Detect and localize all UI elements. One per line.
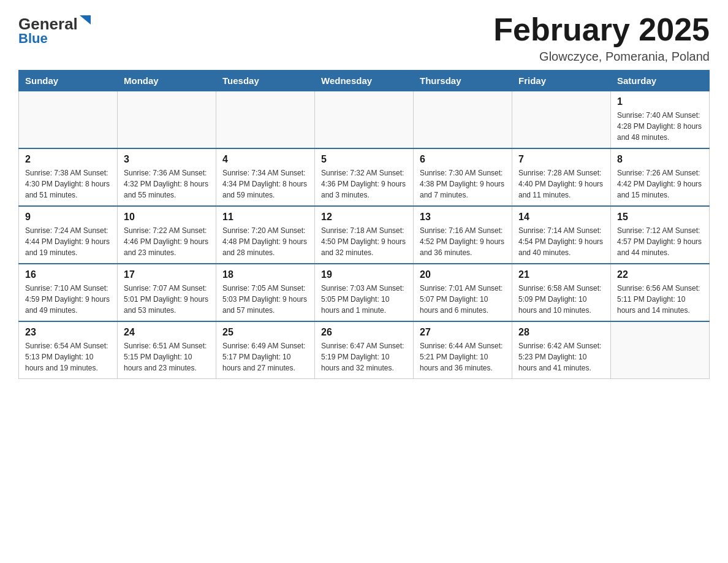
day-info: Sunrise: 7:32 AM Sunset: 4:36 PM Dayligh… [321,167,407,201]
day-number: 1 [617,96,703,107]
day-number: 13 [420,212,506,223]
day-info: Sunrise: 6:49 AM Sunset: 5:17 PM Dayligh… [222,340,308,373]
svg-marker-1 [80,15,91,25]
day-number: 25 [222,327,308,338]
day-number: 9 [25,212,111,223]
day-number: 20 [420,269,506,280]
day-number: 19 [321,269,407,280]
day-info: Sunrise: 7:28 AM Sunset: 4:40 PM Dayligh… [518,167,604,201]
calendar-cell [512,91,611,149]
calendar-cell: 28Sunrise: 6:42 AM Sunset: 5:23 PM Dayli… [512,321,611,379]
header-thursday: Thursday [414,71,512,91]
day-info: Sunrise: 7:18 AM Sunset: 4:50 PM Dayligh… [321,225,407,258]
day-info: Sunrise: 7:16 AM Sunset: 4:52 PM Dayligh… [420,225,506,258]
calendar-cell: 18Sunrise: 7:05 AM Sunset: 5:03 PM Dayli… [216,264,315,321]
day-info: Sunrise: 6:51 AM Sunset: 5:15 PM Dayligh… [124,340,210,373]
day-number: 4 [222,154,308,165]
calendar-table: Sunday Monday Tuesday Wednesday Thursday… [18,70,710,379]
logo: General Blue [18,12,98,46]
day-number: 21 [518,269,604,280]
calendar-cell: 21Sunrise: 6:58 AM Sunset: 5:09 PM Dayli… [512,264,611,321]
day-info: Sunrise: 7:34 AM Sunset: 4:34 PM Dayligh… [222,167,308,201]
day-number: 3 [124,154,210,165]
day-info: Sunrise: 7:24 AM Sunset: 4:44 PM Dayligh… [25,225,111,258]
day-info: Sunrise: 7:30 AM Sunset: 4:38 PM Dayligh… [420,167,506,201]
calendar-cell: 12Sunrise: 7:18 AM Sunset: 4:50 PM Dayli… [315,206,414,264]
day-number: 18 [222,269,308,280]
header-friday: Friday [512,71,611,91]
day-number: 22 [617,269,703,280]
calendar-cell: 19Sunrise: 7:03 AM Sunset: 5:05 PM Dayli… [315,264,414,321]
day-number: 6 [420,154,506,165]
day-info: Sunrise: 7:38 AM Sunset: 4:30 PM Dayligh… [25,167,111,201]
calendar-cell: 1Sunrise: 7:40 AM Sunset: 4:28 PM Daylig… [611,91,710,149]
week-row-4: 16Sunrise: 7:10 AM Sunset: 4:59 PM Dayli… [19,264,710,321]
day-number: 23 [25,327,111,338]
title-section: February 2025 Glowczyce, Pomerania, Pola… [493,12,710,64]
day-info: Sunrise: 6:42 AM Sunset: 5:23 PM Dayligh… [518,340,604,373]
calendar-cell: 20Sunrise: 7:01 AM Sunset: 5:07 PM Dayli… [414,264,512,321]
day-number: 28 [518,327,604,338]
day-number: 24 [124,327,210,338]
day-number: 8 [617,154,703,165]
day-info: Sunrise: 7:26 AM Sunset: 4:42 PM Dayligh… [617,167,703,201]
calendar-cell [216,91,315,149]
calendar-cell: 15Sunrise: 7:12 AM Sunset: 4:57 PM Dayli… [611,206,710,264]
day-info: Sunrise: 6:44 AM Sunset: 5:21 PM Dayligh… [420,340,506,373]
day-number: 17 [124,269,210,280]
calendar-cell: 23Sunrise: 6:54 AM Sunset: 5:13 PM Dayli… [19,321,118,379]
weekday-header-row: Sunday Monday Tuesday Wednesday Thursday… [19,71,710,91]
month-title: February 2025 [493,12,710,47]
calendar-cell: 22Sunrise: 6:56 AM Sunset: 5:11 PM Dayli… [611,264,710,321]
calendar-cell: 4Sunrise: 7:34 AM Sunset: 4:34 PM Daylig… [216,148,315,206]
calendar-cell [118,91,216,149]
day-info: Sunrise: 7:10 AM Sunset: 4:59 PM Dayligh… [25,283,111,316]
svg-text:Blue: Blue [18,31,48,46]
day-number: 15 [617,212,703,223]
header-tuesday: Tuesday [216,71,315,91]
calendar-cell: 9Sunrise: 7:24 AM Sunset: 4:44 PM Daylig… [19,206,118,264]
day-number: 2 [25,154,111,165]
logo-graphic: General Blue [18,12,98,46]
day-number: 16 [25,269,111,280]
day-info: Sunrise: 6:47 AM Sunset: 5:19 PM Dayligh… [321,340,407,373]
header-monday: Monday [118,71,216,91]
day-info: Sunrise: 7:14 AM Sunset: 4:54 PM Dayligh… [518,225,604,258]
calendar-cell: 25Sunrise: 6:49 AM Sunset: 5:17 PM Dayli… [216,321,315,379]
location-subtitle: Glowczyce, Pomerania, Poland [493,50,710,64]
header-saturday: Saturday [611,71,710,91]
calendar-cell: 8Sunrise: 7:26 AM Sunset: 4:42 PM Daylig… [611,148,710,206]
calendar-cell: 26Sunrise: 6:47 AM Sunset: 5:19 PM Dayli… [315,321,414,379]
calendar-cell [19,91,118,149]
calendar-cell: 6Sunrise: 7:30 AM Sunset: 4:38 PM Daylig… [414,148,512,206]
header-sunday: Sunday [19,71,118,91]
calendar-cell: 3Sunrise: 7:36 AM Sunset: 4:32 PM Daylig… [118,148,216,206]
calendar-cell [414,91,512,149]
calendar-cell: 13Sunrise: 7:16 AM Sunset: 4:52 PM Dayli… [414,206,512,264]
calendar-cell: 14Sunrise: 7:14 AM Sunset: 4:54 PM Dayli… [512,206,611,264]
calendar-cell [315,91,414,149]
page-header: General Blue February 2025 Glowczyce, Po… [18,12,710,64]
header-wednesday: Wednesday [315,71,414,91]
day-info: Sunrise: 6:54 AM Sunset: 5:13 PM Dayligh… [25,340,111,373]
day-number: 26 [321,327,407,338]
calendar-cell: 2Sunrise: 7:38 AM Sunset: 4:30 PM Daylig… [19,148,118,206]
calendar-cell: 10Sunrise: 7:22 AM Sunset: 4:46 PM Dayli… [118,206,216,264]
week-row-1: 1Sunrise: 7:40 AM Sunset: 4:28 PM Daylig… [19,91,710,149]
calendar-cell [611,321,710,379]
day-info: Sunrise: 7:40 AM Sunset: 4:28 PM Dayligh… [617,110,703,143]
day-number: 7 [518,154,604,165]
day-number: 12 [321,212,407,223]
day-info: Sunrise: 6:56 AM Sunset: 5:11 PM Dayligh… [617,283,703,316]
calendar-cell: 11Sunrise: 7:20 AM Sunset: 4:48 PM Dayli… [216,206,315,264]
day-number: 11 [222,212,308,223]
calendar-cell: 17Sunrise: 7:07 AM Sunset: 5:01 PM Dayli… [118,264,216,321]
calendar-cell: 27Sunrise: 6:44 AM Sunset: 5:21 PM Dayli… [414,321,512,379]
day-number: 5 [321,154,407,165]
day-info: Sunrise: 7:20 AM Sunset: 4:48 PM Dayligh… [222,225,308,258]
week-row-2: 2Sunrise: 7:38 AM Sunset: 4:30 PM Daylig… [19,148,710,206]
day-info: Sunrise: 7:01 AM Sunset: 5:07 PM Dayligh… [420,283,506,316]
day-info: Sunrise: 7:07 AM Sunset: 5:01 PM Dayligh… [124,283,210,316]
day-info: Sunrise: 7:12 AM Sunset: 4:57 PM Dayligh… [617,225,703,258]
week-row-3: 9Sunrise: 7:24 AM Sunset: 4:44 PM Daylig… [19,206,710,264]
